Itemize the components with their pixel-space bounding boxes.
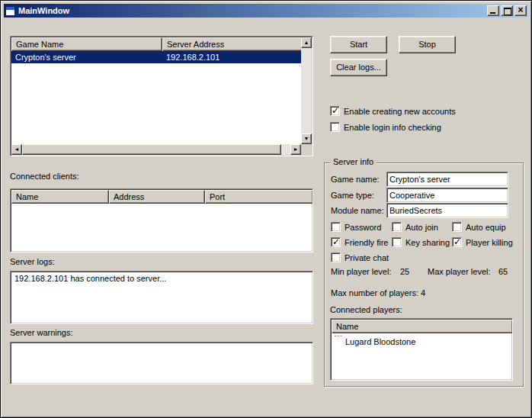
clients-list-header: Name Address Port bbox=[11, 190, 313, 204]
checkbox-icon[interactable] bbox=[331, 222, 341, 232]
column-header-server-address[interactable]: Server Address bbox=[162, 37, 303, 51]
connected-clients-label: Connected clients: bbox=[10, 172, 79, 181]
min-player-level-label: Min player level: bbox=[331, 267, 391, 276]
game-name-input[interactable] bbox=[386, 172, 508, 187]
auto-join-checkbox[interactable]: Auto join bbox=[392, 222, 438, 232]
server-list: Game Name Server Address Crypton's serve… bbox=[10, 36, 313, 156]
max-player-level-label: Max player level: bbox=[428, 267, 491, 276]
players-list-header: Name bbox=[332, 320, 513, 333]
server-logs-label: Server logs: bbox=[10, 257, 55, 266]
scroll-up-icon[interactable]: ▲ bbox=[301, 37, 312, 48]
connected-players-label: Connected players: bbox=[330, 305, 402, 314]
column-header-port[interactable]: Port bbox=[205, 190, 313, 204]
friendly-fire-checkbox[interactable]: Friendly fire bbox=[331, 237, 388, 247]
enable-accounts-label: Enable creating new accounts bbox=[344, 107, 456, 116]
hscroll-thumb[interactable] bbox=[22, 144, 281, 155]
max-number-players-value: 4 bbox=[421, 288, 425, 297]
checkbox-icon[interactable] bbox=[392, 237, 402, 247]
password-checkbox[interactable]: Password bbox=[331, 222, 381, 232]
checkbox-icon[interactable] bbox=[392, 222, 402, 232]
scroll-right-icon[interactable]: ► bbox=[290, 144, 301, 155]
start-button[interactable]: Start bbox=[330, 36, 387, 53]
server-list-vscrollbar[interactable] bbox=[301, 37, 312, 144]
game-type-input[interactable] bbox=[386, 188, 508, 203]
checkbox-icon[interactable] bbox=[331, 252, 341, 262]
checkbox-icon[interactable] bbox=[331, 237, 341, 247]
key-sharing-checkbox[interactable]: Key sharing bbox=[392, 237, 450, 247]
min-player-level-value: 25 bbox=[400, 267, 409, 276]
close-button[interactable] bbox=[514, 5, 527, 16]
column-header-game-name[interactable]: Game Name bbox=[11, 37, 162, 51]
auto-equip-label: Auto equip bbox=[466, 223, 506, 232]
max-player-level-value: 65 bbox=[498, 267, 508, 276]
server-info-title: Server info bbox=[330, 157, 377, 166]
game-name-label: Game name: bbox=[331, 175, 380, 184]
checkbox-icon[interactable] bbox=[452, 237, 462, 247]
maximize-button[interactable] bbox=[501, 5, 513, 16]
column-header-address[interactable]: Address bbox=[109, 190, 205, 204]
clear-logs-button[interactable]: Clear logs... bbox=[330, 59, 387, 76]
private-chat-label: Private chat bbox=[345, 253, 389, 262]
module-name-input[interactable] bbox=[386, 203, 508, 218]
server-log-line: 192.168.2.101 has connected to server... bbox=[14, 274, 166, 283]
player-name: Lugard Bloodstone bbox=[345, 336, 415, 348]
server-logs-textarea[interactable]: 192.168.2.101 has connected to server... bbox=[10, 271, 313, 324]
minimize-button[interactable] bbox=[487, 5, 499, 16]
titlebar[interactable]: MainWindow bbox=[4, 4, 528, 18]
column-header-name[interactable]: Name bbox=[11, 190, 109, 204]
server-row[interactable]: Crypton's server 192.168.2.101 bbox=[11, 51, 303, 63]
module-name-label: Module name: bbox=[331, 206, 384, 215]
auto-equip-checkbox[interactable]: Auto equip bbox=[452, 222, 506, 232]
key-sharing-label: Key sharing bbox=[405, 238, 450, 247]
clients-list: Name Address Port bbox=[10, 188, 313, 252]
server-list-header: Game Name Server Address bbox=[11, 37, 303, 51]
server-warnings-textarea[interactable] bbox=[10, 342, 313, 384]
scrollbar-corner bbox=[301, 144, 312, 155]
checkbox-icon[interactable] bbox=[452, 222, 462, 232]
stop-button[interactable]: Stop bbox=[399, 36, 456, 53]
scroll-down-icon[interactable]: ▼ bbox=[301, 133, 312, 144]
checkbox-icon[interactable] bbox=[330, 122, 340, 132]
player-row[interactable]: Lugard Bloodstone bbox=[332, 336, 513, 348]
server-address-cell: 192.168.2.101 bbox=[162, 51, 303, 63]
enable-login-check-label: Enable login info checking bbox=[344, 123, 441, 132]
main-window: MainWindow Game Name Server Address Cryp… bbox=[0, 0, 532, 418]
enable-login-check-checkbox[interactable]: Enable login info checking bbox=[330, 122, 441, 132]
player-killing-label: Player killing bbox=[466, 238, 513, 247]
max-number-players-label: Max number of players: bbox=[331, 288, 418, 297]
friendly-fire-label: Friendly fire bbox=[345, 238, 388, 247]
enable-accounts-checkbox[interactable]: Enable creating new accounts bbox=[330, 106, 456, 116]
app-icon bbox=[5, 6, 15, 16]
player-killing-checkbox[interactable]: Player killing bbox=[452, 237, 513, 247]
auto-join-label: Auto join bbox=[405, 223, 438, 232]
private-chat-checkbox[interactable]: Private chat bbox=[331, 252, 389, 262]
column-header-player-name[interactable]: Name bbox=[332, 320, 513, 333]
password-label: Password bbox=[345, 223, 381, 232]
tree-branch-icon bbox=[335, 336, 342, 336]
game-type-label: Game type: bbox=[331, 191, 374, 200]
checkbox-icon[interactable] bbox=[330, 106, 340, 116]
server-warnings-label: Server warnings: bbox=[10, 328, 73, 337]
scroll-left-icon[interactable]: ◄ bbox=[11, 144, 22, 155]
window-title: MainWindow bbox=[18, 6, 486, 15]
server-name-cell: Crypton's server bbox=[11, 51, 162, 63]
players-list: Name Lugard Bloodstone bbox=[330, 318, 513, 381]
